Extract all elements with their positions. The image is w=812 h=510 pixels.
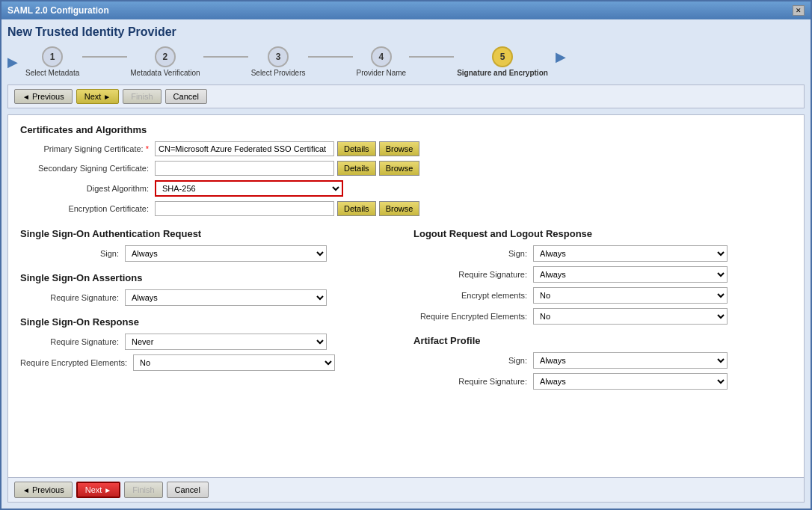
step-3: 3 Select Providers bbox=[251, 46, 306, 77]
window-controls: ✕ bbox=[793, 5, 805, 16]
top-finish-button[interactable]: Finish bbox=[123, 89, 161, 104]
sso-response-enc-select[interactable]: No Yes bbox=[133, 354, 335, 371]
step-4-label: Provider Name bbox=[356, 69, 406, 77]
logout-sign-row: Sign: Always Never Optional bbox=[413, 245, 792, 262]
bottom-cancel-button[interactable]: Cancel bbox=[167, 482, 209, 498]
logout-require-sig-select[interactable]: Always Never Optional bbox=[533, 266, 728, 283]
certs-section: Certificates and Algorithms Primary Sign… bbox=[20, 124, 792, 216]
secondary-signing-input[interactable] bbox=[155, 161, 334, 176]
sso-response-section: Single Sign-On Response Require Signatur… bbox=[20, 316, 399, 371]
sso-auth-section: Single Sign-On Authentication Request Si… bbox=[20, 228, 399, 262]
step-3-circle: 3 bbox=[268, 46, 289, 67]
logout-require-sig-label: Require Signature: bbox=[413, 270, 533, 279]
sso-response-sig-row: Require Signature: Never Always Optional bbox=[20, 334, 399, 350]
primary-browse-button[interactable]: Browse bbox=[379, 141, 420, 156]
sso-assertions-title: Single Sign-On Assertions bbox=[20, 272, 399, 283]
logout-title: Logout Request and Logout Response bbox=[413, 228, 792, 239]
logout-require-sig-row: Require Signature: Always Never Optional bbox=[413, 266, 792, 283]
artifact-sign-label: Sign: bbox=[413, 356, 533, 365]
top-previous-button[interactable]: ◄ Previous bbox=[14, 89, 73, 104]
secondary-details-button[interactable]: Details bbox=[337, 161, 376, 176]
encryption-browse-button[interactable]: Browse bbox=[379, 201, 420, 216]
top-next-button[interactable]: Next ► bbox=[76, 89, 120, 104]
step-2: 2 Metadata Verification bbox=[130, 46, 200, 77]
logout-require-enc-label: Require Encrypted Elements: bbox=[413, 312, 533, 321]
sso-response-enc-row: Require Encrypted Elements: No Yes bbox=[20, 354, 399, 371]
step-2-circle: 2 bbox=[155, 46, 176, 67]
two-col-layout: Single Sign-On Authentication Request Si… bbox=[20, 228, 792, 400]
form-area: Certificates and Algorithms Primary Sign… bbox=[7, 114, 805, 478]
step-4: 4 Provider Name bbox=[356, 46, 406, 77]
certs-section-title: Certificates and Algorithms bbox=[20, 124, 792, 135]
sso-auth-sign-label: Sign: bbox=[20, 249, 125, 258]
encryption-cert-label: Encryption Certificate: bbox=[20, 204, 155, 213]
right-column: Logout Request and Logout Response Sign:… bbox=[413, 228, 792, 400]
step-1-label: Select Metadata bbox=[25, 69, 79, 77]
step-line-3 bbox=[308, 56, 353, 58]
close-button[interactable]: ✕ bbox=[793, 5, 805, 16]
sso-assertions-section: Single Sign-On Assertions Require Signat… bbox=[20, 272, 399, 306]
bottom-previous-button[interactable]: ◄ Previous bbox=[14, 482, 73, 498]
encryption-details-button[interactable]: Details bbox=[337, 201, 376, 216]
step-4-circle: 4 bbox=[371, 46, 392, 67]
logout-require-enc-select[interactable]: No Yes bbox=[533, 308, 728, 325]
logout-section: Logout Request and Logout Response Sign:… bbox=[413, 228, 792, 325]
digest-algorithm-label: Digest Algorithm: bbox=[20, 184, 155, 193]
page-title: New Trusted Identity Provider bbox=[7, 25, 805, 39]
bottom-toolbar: ◄ Previous Next ► Finish Cancel bbox=[7, 478, 805, 503]
artifact-require-sig-select[interactable]: Always Never Optional bbox=[533, 373, 728, 390]
primary-signing-label: Primary Signing Certificate: * bbox=[20, 144, 155, 153]
sso-auth-sign-row: Sign: Always Never Optional bbox=[20, 245, 399, 262]
prev-arrow-icon: ◄ bbox=[22, 93, 30, 101]
sso-assertions-sig-select[interactable]: Always Never Optional bbox=[125, 289, 327, 306]
top-cancel-button[interactable]: Cancel bbox=[165, 89, 207, 104]
left-column: Single Sign-On Authentication Request Si… bbox=[20, 228, 399, 400]
artifact-sign-select[interactable]: Always Never Optional bbox=[533, 352, 728, 369]
main-window: SAML 2.0 Configuration ✕ New Trusted Ide… bbox=[0, 0, 812, 510]
logout-encrypt-label: Encrypt elements: bbox=[413, 291, 533, 300]
title-bar: SAML 2.0 Configuration ✕ bbox=[1, 1, 811, 19]
primary-signing-row: Primary Signing Certificate: * Details B… bbox=[20, 141, 792, 156]
secondary-signing-label: Secondary Signing Certificate: bbox=[20, 164, 155, 173]
top-toolbar: ◄ Previous Next ► Finish Cancel bbox=[7, 85, 805, 108]
digest-algorithm-select[interactable]: SHA-256 SHA-384 SHA-512 MD5 bbox=[155, 180, 343, 197]
bottom-next-button[interactable]: Next ► bbox=[76, 482, 121, 498]
sso-auth-title: Single Sign-On Authentication Request bbox=[20, 228, 399, 239]
encryption-cert-input[interactable] bbox=[155, 201, 334, 216]
logout-require-enc-row: Require Encrypted Elements: No Yes bbox=[413, 308, 792, 325]
artifact-require-sig-label: Require Signature: bbox=[413, 377, 533, 386]
logout-sign-label: Sign: bbox=[413, 249, 533, 258]
step-1-circle: 1 bbox=[42, 46, 63, 67]
step-1: 1 Select Metadata bbox=[25, 46, 79, 77]
step-2-label: Metadata Verification bbox=[130, 69, 200, 77]
sso-auth-sign-select[interactable]: Always Never Optional bbox=[125, 245, 327, 262]
bottom-next-arrow-icon: ► bbox=[104, 486, 111, 494]
secondary-browse-button[interactable]: Browse bbox=[379, 161, 420, 176]
sso-response-sig-select[interactable]: Never Always Optional bbox=[125, 334, 327, 350]
window-title: SAML 2.0 Configuration bbox=[7, 5, 109, 16]
wizard-steps: ▶ 1 Select Metadata 2 Metadata Verificat… bbox=[7, 46, 805, 77]
bottom-finish-button[interactable]: Finish bbox=[124, 482, 162, 498]
logout-encrypt-select[interactable]: No Yes bbox=[533, 287, 728, 304]
wizard-end-arrow: ▶ bbox=[556, 49, 566, 65]
artifact-sign-row: Sign: Always Never Optional bbox=[413, 352, 792, 369]
digest-algorithm-row: Digest Algorithm: SHA-256 SHA-384 SHA-51… bbox=[20, 180, 792, 197]
artifact-require-sig-row: Require Signature: Always Never Optional bbox=[413, 373, 792, 390]
encryption-cert-row: Encryption Certificate: Details Browse bbox=[20, 201, 792, 216]
step-5-circle: 5 bbox=[492, 46, 513, 67]
step-5-label: Signature and Encryption bbox=[457, 69, 548, 77]
logout-sign-select[interactable]: Always Never Optional bbox=[533, 245, 728, 262]
main-content: New Trusted Identity Provider ▶ 1 Select… bbox=[1, 19, 811, 509]
sso-response-enc-label: Require Encrypted Elements: bbox=[20, 358, 133, 367]
primary-signing-input[interactable] bbox=[155, 141, 334, 156]
artifact-section: Artifact Profile Sign: Always Never Opti… bbox=[413, 335, 792, 390]
next-arrow-icon: ► bbox=[103, 93, 111, 101]
sso-response-title: Single Sign-On Response bbox=[20, 316, 399, 328]
wizard-start-arrow: ▶ bbox=[7, 54, 18, 70]
sso-assertions-sig-label: Require Signature: bbox=[20, 293, 125, 302]
sso-assertions-sig-row: Require Signature: Always Never Optional bbox=[20, 289, 399, 306]
logout-encrypt-row: Encrypt elements: No Yes bbox=[413, 287, 792, 304]
primary-details-button[interactable]: Details bbox=[337, 141, 376, 156]
step-line-1 bbox=[82, 56, 127, 58]
bottom-prev-arrow-icon: ◄ bbox=[22, 486, 30, 494]
